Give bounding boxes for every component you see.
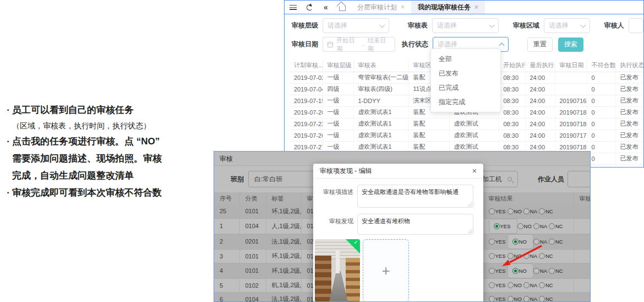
column-header: 计划审核... bbox=[290, 60, 323, 72]
table-row[interactable]: 2019-07-26一级虚欢测试表1装配虚欢测试08:3024:00201907… bbox=[290, 130, 644, 141]
exec-status-label: 执行状态 bbox=[402, 40, 428, 49]
item-desc-textarea[interactable]: 安全疏散通道是否有堆物等影响畅通 bbox=[357, 185, 473, 208]
audit-date-label: 审核日期 bbox=[292, 40, 318, 49]
table-cell bbox=[555, 72, 587, 83]
table-cell: 0 bbox=[587, 164, 615, 168]
table-cell: 20190717 bbox=[555, 130, 587, 141]
table-cell: 已发布 bbox=[615, 130, 644, 141]
table-cell: 虚欢测试表1 bbox=[353, 106, 408, 118]
table-cell: 已发布 bbox=[615, 83, 644, 95]
tab-close-icon[interactable]: × bbox=[401, 3, 405, 11]
dropdown-option[interactable]: 已发布 bbox=[431, 66, 500, 80]
photo-column bbox=[336, 250, 340, 273]
table-cell: 一级 bbox=[323, 130, 353, 141]
tab-label: 分层审核计划 bbox=[357, 3, 397, 12]
bullet-icon: · bbox=[4, 101, 12, 118]
photo-thumbnail[interactable]: ✓ bbox=[315, 239, 360, 302]
table-cell: 24:00 bbox=[525, 72, 555, 83]
check-icon: ✓ bbox=[354, 239, 358, 245]
table-cell: 已发布 bbox=[615, 72, 644, 83]
modal-title: 审核项发现 - 编辑 bbox=[320, 166, 372, 176]
resize-grip-icon[interactable] bbox=[468, 202, 472, 207]
table-cell: 2019-07-20 bbox=[290, 106, 323, 118]
photo-floor bbox=[329, 271, 348, 302]
table-cell: 0 bbox=[587, 95, 615, 106]
window-toolbar: « 分层审核计划 × 我的现场审核任务 × bbox=[285, 1, 643, 14]
note-text: 完成，自动生成问题整改清单 bbox=[12, 170, 134, 181]
search-button[interactable]: 搜索 bbox=[558, 37, 583, 52]
table-cell: 一级 bbox=[323, 118, 353, 130]
note-line: ·员工可以看到自己的审核任务 bbox=[4, 101, 225, 118]
table-cell: 0 bbox=[587, 106, 615, 118]
table-cell: 08:30 bbox=[499, 72, 525, 83]
auditor-input[interactable] bbox=[629, 18, 643, 33]
bullet-icon: · bbox=[4, 133, 12, 150]
calendar-icon bbox=[328, 42, 333, 47]
tab-close-icon[interactable]: × bbox=[474, 3, 478, 11]
finding-textarea[interactable]: 安全通道有堆积物 bbox=[357, 214, 473, 235]
bullet-icon: · bbox=[4, 184, 12, 201]
table-cell: 虚欢测试表1 bbox=[353, 130, 408, 141]
table-cell: 一级 bbox=[323, 106, 353, 118]
table-cell: 08:30 bbox=[499, 118, 525, 130]
note-line: 需要添加问题描述、现场拍照。审核 bbox=[4, 150, 225, 167]
table-cell: 0 bbox=[587, 83, 615, 95]
dropdown-option[interactable]: 全部 bbox=[431, 52, 500, 66]
table-cell: 0 bbox=[587, 72, 615, 83]
table-cell: 2019-07-23 bbox=[290, 118, 323, 130]
table-cell: 20190718 bbox=[555, 118, 587, 130]
audit-area-label: 审核区域 bbox=[513, 21, 539, 30]
close-icon[interactable]: × bbox=[472, 167, 477, 175]
table-cell: 虚欢测试 bbox=[449, 118, 499, 130]
collapse-icon[interactable]: « bbox=[318, 1, 334, 14]
table-cell: 2019-07-26 bbox=[290, 130, 323, 141]
menu-icon[interactable] bbox=[285, 1, 301, 14]
table-cell: 弯管审核表(一二级) bbox=[353, 72, 408, 83]
note-line: 完成，自动生成问题整改清单 bbox=[4, 167, 225, 184]
column-header: 审核表 bbox=[353, 60, 408, 72]
table-row[interactable]: 2019-07-23一级虚欢测试表1装配虚欢测试08:3024:00201907… bbox=[290, 118, 644, 130]
item-desc-label: 审核项描述 bbox=[313, 185, 357, 208]
reset-button[interactable]: 重置 bbox=[527, 37, 553, 52]
audit-table-label: 审核表 bbox=[408, 21, 428, 30]
table-cell: 已发布 bbox=[615, 153, 644, 164]
table-cell: 08:30 bbox=[499, 106, 525, 118]
table-cell: 0 bbox=[587, 153, 615, 164]
resize-grip-icon[interactable] bbox=[468, 229, 472, 234]
status-dropdown-panel: 全部已发布已完成指定完成 bbox=[430, 48, 501, 112]
table-cell: 1-DDYY bbox=[353, 95, 408, 106]
audit-level-select[interactable]: 请选择 bbox=[323, 18, 389, 33]
refresh-icon[interactable] bbox=[301, 1, 318, 14]
chevron-down-icon bbox=[580, 22, 586, 28]
column-header: 开始执行... bbox=[499, 60, 525, 72]
column-header: 审核层级 bbox=[323, 60, 353, 72]
note-text: 需要添加问题描述、现场拍照。审核 bbox=[12, 153, 162, 164]
chevron-down-icon bbox=[380, 22, 385, 28]
table-cell bbox=[555, 83, 587, 95]
table-cell: 一级 bbox=[323, 95, 353, 106]
photo-shelf bbox=[315, 256, 331, 302]
table-cell: 0 bbox=[587, 141, 615, 153]
screenshot-canvas: ·员工可以看到自己的审核任务（区域，审核表，执行时间，执行状态）·点击我的任务项… bbox=[0, 0, 644, 302]
tab-layered-audit-plan[interactable]: 分层审核计划 × bbox=[351, 1, 411, 14]
audit-date-range-input[interactable]: 开始日期 - 结束日期 bbox=[323, 37, 395, 52]
audit-area-select[interactable]: 请选择 bbox=[544, 18, 590, 33]
table-cell: 20190718 bbox=[555, 106, 587, 118]
tab-label: 我的现场审核任务 bbox=[418, 3, 471, 12]
dropdown-option[interactable]: 指定完成 bbox=[431, 95, 500, 109]
note-line: ·审核完成即可看到本次审核不符合数 bbox=[4, 184, 225, 201]
table-cell: 四级 bbox=[323, 83, 353, 95]
upload-add-button[interactable]: + bbox=[363, 239, 409, 302]
home-icon[interactable] bbox=[334, 1, 351, 14]
note-line: ·点击我的任务项进行审核。点 “NO” bbox=[4, 133, 225, 150]
table-cell: 虚欢测试表1 bbox=[353, 118, 408, 130]
audit-table-select[interactable]: 请选择 bbox=[432, 18, 499, 33]
dropdown-option[interactable]: 已完成 bbox=[431, 80, 500, 95]
table-cell: 0 bbox=[587, 130, 615, 141]
filter-panel: 审核层级 请选择 审核表 请选择 审核区域 请选择 审核人 审核日期 bbox=[285, 18, 643, 52]
column-header: 审核日期 bbox=[555, 60, 587, 72]
note-text: 审核完成即可看到本次审核不符合数 bbox=[12, 187, 162, 198]
chevron-up-icon bbox=[499, 43, 505, 48]
table-cell: 24:00 bbox=[525, 118, 555, 130]
tab-my-field-audit-tasks[interactable]: 我的现场审核任务 × bbox=[411, 1, 485, 14]
